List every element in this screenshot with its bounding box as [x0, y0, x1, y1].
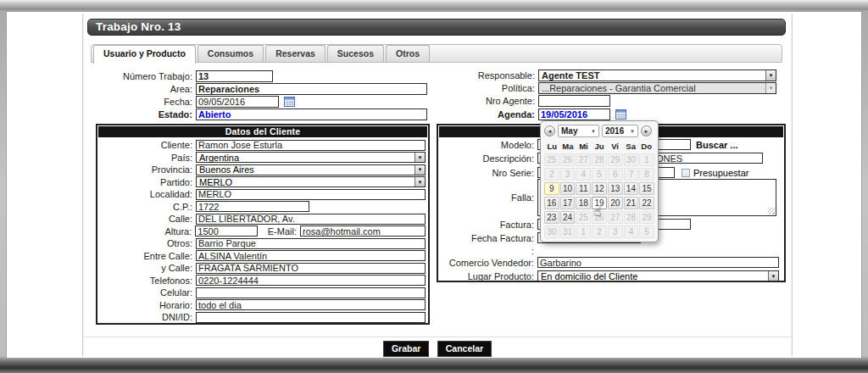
agenda-input[interactable]	[538, 109, 610, 120]
weekday-label: Ma	[560, 142, 576, 152]
responsable-select[interactable]: Agente TEST ▼	[538, 70, 776, 81]
celular-label: Celular:	[97, 287, 196, 298]
calle-input[interactable]	[196, 214, 426, 225]
pais-select[interactable]: Argentina▼	[196, 152, 426, 163]
tab-sucesos[interactable]: Sucesos	[327, 45, 384, 62]
email-label: E-Mail:	[258, 226, 300, 237]
tab-reservas[interactable]: Reservas	[265, 45, 326, 62]
calendar-day: 5	[592, 168, 607, 181]
estado-label: Estado:	[100, 109, 196, 120]
month-value: May	[561, 126, 577, 136]
calendar-grid: 2526272829301234567891011121314151617181…	[544, 153, 654, 238]
chevron-down-icon[interactable]: ▼	[415, 153, 425, 162]
calendar-day[interactable]: 10	[560, 182, 576, 195]
horario-input[interactable]	[196, 299, 426, 310]
otros-input[interactable]	[196, 238, 426, 249]
calendar-day: 4	[576, 168, 591, 181]
chevron-down-icon[interactable]: ▼	[768, 271, 778, 281]
partido-select[interactable]: MERLO▼	[196, 176, 426, 187]
tab-usuario-y-producto[interactable]: Usuario y Producto	[93, 45, 196, 64]
entre-calle-input[interactable]	[196, 250, 426, 261]
dni-input[interactable]	[196, 312, 426, 323]
telefonos-label: Telefonos:	[97, 276, 196, 286]
chevron-down-icon[interactable]: ▼	[765, 70, 776, 81]
buscar-link[interactable]: Buscar ...	[696, 140, 738, 150]
lugar-producto-select[interactable]: En domicilio del Cliente▼	[537, 270, 779, 281]
nro-agente-label: Nro Agente:	[439, 96, 538, 106]
fecha-calendar-icon[interactable]	[284, 97, 295, 107]
calendar-day[interactable]: 14	[624, 182, 639, 195]
lugar-producto-value: En domicilio del Cliente	[541, 271, 637, 281]
localidad-input[interactable]	[196, 189, 426, 200]
tab-otros[interactable]: Otros	[386, 45, 430, 62]
chevron-down-icon: ▼	[765, 83, 776, 93]
cliente-input[interactable]	[196, 140, 426, 151]
year-select[interactable]: 2016▼	[602, 125, 638, 137]
chevron-down-icon[interactable]: ▼	[415, 165, 425, 175]
calendar-day[interactable]: 17	[560, 197, 576, 209]
provincia-label: Provincia:	[97, 164, 196, 175]
calendar-day[interactable]: 12	[592, 182, 607, 195]
presupuestar-checkbox[interactable]	[682, 169, 690, 177]
comercio-vendedor-label: Comercio Vendedor:	[438, 258, 537, 268]
cancelar-button[interactable]: Cancelar	[437, 341, 492, 357]
responsable-value: Agente TEST	[542, 70, 599, 81]
calendar-day[interactable]: 21	[624, 197, 639, 209]
calendar-day: 1	[639, 153, 654, 166]
partido-value: MERLO	[199, 177, 232, 187]
partido-label: Partido:	[97, 177, 196, 187]
nro-agente-input[interactable]	[538, 95, 610, 107]
comercio-vendedor-input[interactable]	[537, 257, 779, 268]
tab-consumos[interactable]: Consumos	[198, 45, 264, 62]
calendar-day: 7	[624, 168, 639, 181]
presupuestar-label: Presupuestar	[693, 168, 748, 178]
calendar-day[interactable]: 16	[544, 197, 559, 209]
y-calle-input[interactable]	[196, 263, 426, 274]
altura-input[interactable]	[195, 225, 258, 237]
calendar-day[interactable]: 13	[608, 182, 623, 195]
calendar-day[interactable]: 15	[639, 182, 654, 195]
area-input[interactable]	[196, 83, 427, 95]
calendar-day: 28	[592, 153, 607, 166]
tab-strip: Usuario y Producto Consumos Reservas Suc…	[91, 44, 782, 63]
calendar-day: 29	[639, 211, 654, 224]
dni-label: DNI/ID:	[97, 312, 196, 322]
calendar-day[interactable]: 9	[544, 182, 559, 195]
numero-trabajo-input[interactable]	[196, 70, 273, 82]
client-section-header: Datos del Cliente	[98, 126, 427, 137]
prev-month-button[interactable]: ◄	[544, 125, 555, 136]
calendar-day[interactable]: 22	[639, 197, 654, 209]
email-input[interactable]	[300, 225, 426, 237]
calendar-day[interactable]: 23	[544, 211, 559, 224]
provincia-value: Buenos Aires	[199, 164, 254, 175]
area-label: Area:	[100, 84, 196, 94]
chevron-down-icon: ▼	[591, 129, 596, 134]
calendar-day[interactable]: 24	[560, 211, 576, 224]
weekday-label: Mi	[576, 142, 592, 152]
estado-input[interactable]	[196, 109, 427, 120]
provincia-select[interactable]: Buenos Aires▼	[196, 164, 426, 175]
calle-label: Calle:	[97, 214, 196, 224]
telefonos-input[interactable]	[196, 275, 426, 286]
cp-input[interactable]	[196, 201, 309, 212]
weekday-label: Lu	[544, 142, 560, 152]
calendar-day[interactable]: 20	[608, 197, 623, 209]
y-calle-label: y Calle:	[97, 263, 196, 273]
month-select[interactable]: May▼	[558, 125, 599, 137]
client-section: Datos del Cliente Cliente: País: Argenti…	[96, 124, 430, 325]
calendar-day[interactable]: 11	[576, 182, 591, 195]
celular-input[interactable]	[196, 287, 426, 298]
lugar-producto-label: Lugar Producto:	[438, 271, 537, 281]
calendar-day[interactable]: 18	[576, 197, 591, 209]
calendar-day: 1	[576, 225, 591, 238]
fecha-input[interactable]	[196, 96, 279, 108]
next-month-button[interactable]: ►	[641, 125, 652, 136]
fecha-factura-label: Fecha Factura:	[438, 233, 537, 243]
resize-grip-icon[interactable]	[768, 208, 775, 214]
grabar-button[interactable]: Grabar	[383, 341, 429, 357]
agenda-calendar-icon[interactable]	[615, 109, 626, 120]
chevron-down-icon[interactable]: ▼	[415, 177, 425, 186]
fecha-label: Fecha:	[100, 97, 196, 107]
calendar-day: 25	[576, 211, 591, 224]
calendar-day: 2	[544, 168, 559, 181]
